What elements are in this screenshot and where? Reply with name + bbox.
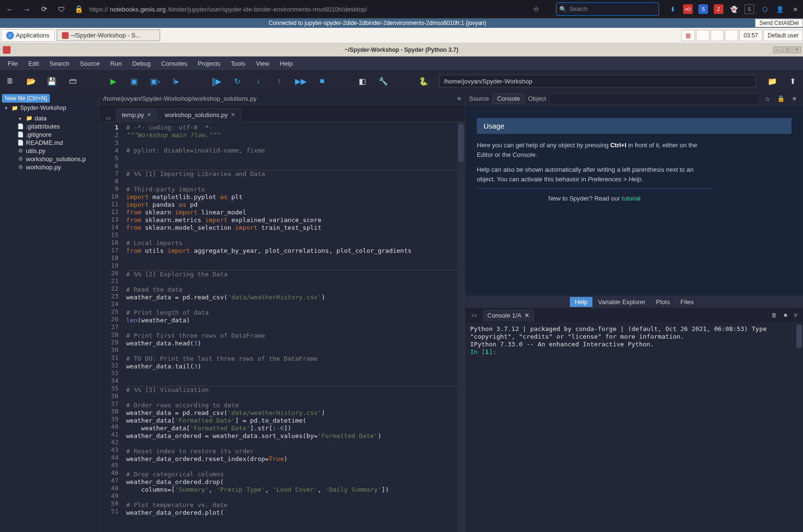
step-over-icon[interactable]: ↻ [232, 75, 243, 87]
applications-button[interactable]: Applications [1, 29, 55, 42]
apps-icon [6, 32, 14, 39]
lock-icon: 🔒 [72, 2, 85, 16]
working-dir-input[interactable]: /home/jovyan/Spyder-Workshop [439, 75, 756, 87]
ext-ghost-icon[interactable]: 👻 [729, 4, 739, 14]
shield-icon: 🛡 [55, 2, 68, 16]
ext-figure-icon[interactable]: 👤 [775, 4, 785, 14]
menu-projects[interactable]: Projects [193, 58, 225, 69]
tab-plots[interactable]: Plots [651, 297, 675, 307]
tree-file-readme[interactable]: 📄README.md [0, 139, 99, 147]
console-output[interactable]: Python 3.7.12 | packaged by conda-forge … [465, 322, 803, 532]
tab-variable-explorer[interactable]: Variable Explorer [593, 297, 650, 307]
maximize-pane-icon[interactable]: ◧ [357, 75, 368, 87]
menu-tools[interactable]: Tools [226, 58, 250, 69]
download-icon[interactable]: ⬇ [668, 4, 677, 14]
stop-icon[interactable]: ■ [317, 75, 328, 87]
save-all-icon[interactable]: 🗃 [68, 75, 78, 87]
minimize-icon[interactable]: – [773, 47, 782, 53]
editor-scrollbar[interactable] [457, 122, 465, 532]
save-icon[interactable]: 💾 [47, 75, 57, 87]
parent-dir-icon[interactable]: ⬆ [787, 75, 798, 87]
maximize-icon[interactable]: □ [783, 47, 791, 53]
console-scrollbar[interactable] [796, 324, 802, 348]
debug-icon[interactable]: ‖▶ [211, 75, 222, 87]
menu-run[interactable]: Run [106, 58, 127, 69]
interrupt-icon[interactable]: 🗑 [771, 312, 777, 319]
usage-heading: Usage [477, 118, 791, 134]
browse-dir-icon[interactable]: 📁 [767, 75, 778, 87]
menu-view[interactable]: View [251, 58, 274, 69]
tray-icon-1[interactable]: ▦ [681, 30, 695, 41]
taskbar-window-spyder[interactable]: ~/Spyder-Workshop - S... [57, 29, 160, 41]
forward-icon[interactable]: → [20, 2, 34, 16]
run-selection-icon[interactable]: I▸ [171, 75, 181, 87]
star-icon[interactable]: ☆ [529, 2, 543, 16]
tree-file-workshop[interactable]: ⚙workshop.py [0, 163, 99, 171]
run-icon[interactable]: ▶ [108, 75, 118, 87]
menu-file[interactable]: File [3, 58, 23, 69]
window-title: ~/Spyder-Workshop - Spyder (Python 3.7) [345, 47, 459, 53]
tree-file-gitignore[interactable]: 📄.gitignore [0, 130, 99, 139]
ext-s-icon[interactable]: S [698, 4, 708, 14]
tray-icon-3[interactable] [710, 30, 724, 41]
tree-file-solutions[interactable]: ⚙workshop_solutions.p [0, 155, 99, 163]
new-file-icon[interactable]: 🗎 [5, 75, 15, 87]
reload-icon[interactable]: ⟳ [37, 2, 51, 16]
collapse-icon[interactable]: ▾ [3, 105, 10, 111]
console-tabs: ▭ Console 1/A✕ 🗑 ■ ≡ [465, 308, 803, 322]
console-tab-1a[interactable]: Console 1/A✕ [483, 309, 534, 321]
help-options-icon[interactable]: ≡ [790, 95, 799, 102]
menu-search[interactable]: Search [45, 58, 74, 69]
browser-search[interactable]: 🔍 Search [556, 2, 659, 16]
tab-help[interactable]: Help [570, 297, 592, 307]
home-icon[interactable]: ⌂ [763, 95, 772, 102]
tab-solutions[interactable]: workshop_solutions.py✕ [158, 108, 241, 121]
window-titlebar: ~/Spyder-Workshop - Spyder (Python 3.7) … [0, 43, 803, 57]
run-cell-icon[interactable]: ▣ [129, 75, 140, 87]
source-combo[interactable]: Console [493, 94, 524, 104]
run-cell-advance-icon[interactable]: ▣› [150, 75, 160, 87]
ext-ublock-icon[interactable]: uO [683, 4, 693, 14]
tab-files[interactable]: Files [675, 297, 698, 307]
close-icon[interactable]: ✕ [231, 112, 235, 118]
tab-temp[interactable]: temp.py✕ [116, 108, 157, 121]
back-icon[interactable]: ← [3, 2, 16, 16]
preferences-icon[interactable]: 🔧 [378, 75, 389, 87]
menu-consoles[interactable]: Consoles [156, 58, 192, 69]
tray-icon-4[interactable] [725, 30, 738, 41]
step-out-icon[interactable]: ↑ [274, 75, 284, 87]
continue-icon[interactable]: ▶▶ [295, 75, 307, 87]
tree-file-gitattributes[interactable]: 📄.gitattributes [0, 122, 99, 130]
menu-debug[interactable]: Debug [128, 58, 155, 69]
editor-options-icon[interactable]: ≡ [457, 95, 461, 102]
open-file-icon[interactable]: 📂 [26, 75, 36, 87]
console-browse-icon[interactable]: ▭ [467, 312, 481, 319]
tree-folder-data[interactable]: ▸📁data [0, 114, 99, 122]
send-ctrlaltdel-button[interactable]: Send CtrlAltDel [755, 19, 803, 27]
step-in-icon[interactable]: ↓ [253, 75, 263, 87]
code-content[interactable]: # -*- coding: utf-8 -*- """Workshop main… [122, 122, 465, 532]
ext-shield2-icon[interactable]: ⬡ [760, 4, 769, 14]
browser-menu-icon[interactable]: ≡ [791, 4, 800, 14]
close-icon[interactable]: ✕ [524, 312, 530, 319]
url-bar[interactable]: https://notebooks.gesis.org/binder/jupyt… [89, 6, 425, 13]
console-options-icon[interactable]: ≡ [794, 312, 797, 319]
ext-s2-icon[interactable]: S [744, 4, 754, 14]
menu-help[interactable]: Help [275, 58, 297, 69]
menu-source[interactable]: Source [75, 58, 105, 69]
tray-icon-2[interactable] [696, 30, 709, 41]
stop-console-icon[interactable]: ■ [784, 312, 787, 319]
ext-z-icon[interactable]: Z [714, 4, 723, 14]
tab-browse-icon[interactable]: ▭ [101, 115, 115, 121]
tree-file-utils[interactable]: ⚙utils.py [0, 147, 99, 155]
code-editor[interactable]: 1 2 3 4 5 6 7 8 9 10 11 12 13 14 15 16 1… [99, 122, 465, 532]
close-window-icon[interactable]: × [792, 47, 801, 53]
user-label[interactable]: Default user [763, 30, 803, 41]
close-icon[interactable]: ✕ [147, 112, 151, 118]
project-root[interactable]: ▾ 📁 Spyder-Workshop [0, 105, 99, 113]
lock-icon[interactable]: 🔒 [776, 95, 786, 102]
python-path-icon[interactable]: 🐍 [418, 75, 429, 87]
tutorial-link[interactable]: tutorial [622, 195, 640, 202]
object-input[interactable] [550, 94, 759, 104]
menu-edit[interactable]: Edit [24, 58, 44, 69]
